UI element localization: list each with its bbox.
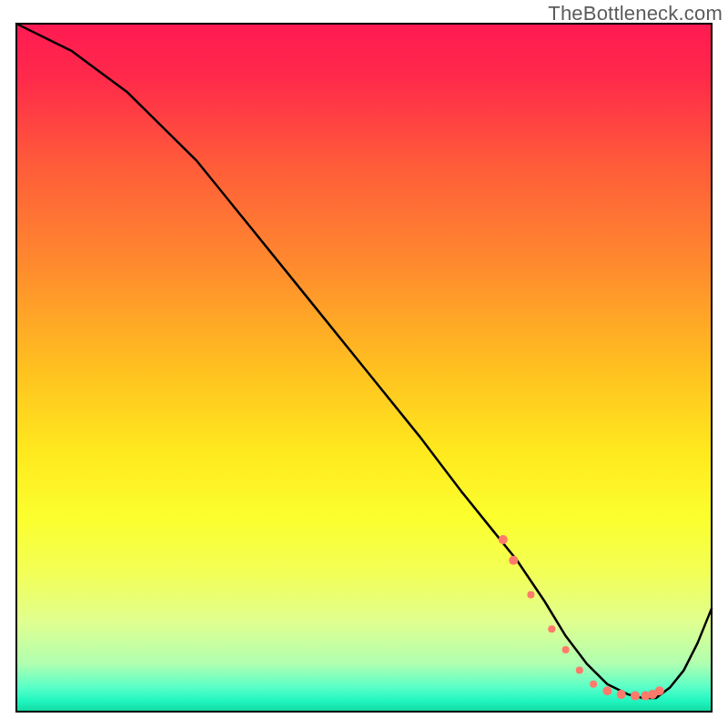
marker-dot	[631, 692, 640, 701]
marker-dot	[509, 556, 518, 565]
marker-dot	[527, 592, 534, 599]
marker-dot	[602, 686, 612, 695]
plot-area	[16, 24, 712, 712]
attribution-label: TheBottleneck.com	[548, 2, 723, 25]
marker-dot	[499, 535, 508, 544]
chart-svg	[0, 0, 728, 728]
chart-container: TheBottleneck.com	[0, 0, 728, 728]
marker-dot	[590, 681, 597, 688]
marker-dot	[655, 686, 664, 695]
marker-dot	[576, 667, 583, 674]
marker-dot	[548, 625, 555, 632]
marker-dot	[562, 646, 570, 653]
marker-dot	[617, 690, 626, 699]
